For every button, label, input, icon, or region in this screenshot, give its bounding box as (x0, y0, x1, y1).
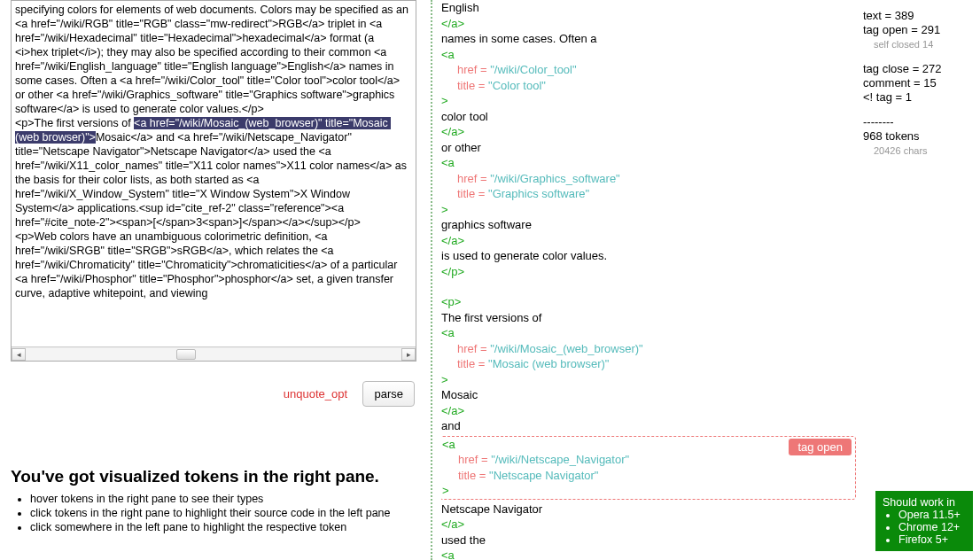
token-attr[interactable]: href (457, 342, 477, 355)
token-text[interactable]: Netscape Navigator (441, 502, 856, 517)
token-attr[interactable]: title (457, 79, 475, 92)
token-text[interactable]: English (441, 0, 856, 16)
token-attr[interactable]: href (458, 453, 478, 466)
token-val[interactable]: "/wiki/Netscape_Navigator" (491, 453, 629, 466)
token-gt[interactable]: > (441, 93, 856, 109)
token-tagclose[interactable]: </a> (441, 403, 856, 419)
stat-line: comment = 15 (863, 76, 969, 90)
token-text[interactable]: names in some cases. Often a (441, 31, 856, 47)
token-text[interactable]: Mosaic (441, 387, 856, 403)
scroll-left-arrow-icon[interactable]: ◂ (12, 348, 26, 361)
controls-row: unquote_opt parse (11, 381, 416, 407)
scroll-thumb[interactable] (176, 349, 196, 360)
help-item: hover tokens in the right pane to see th… (30, 492, 416, 506)
scroll-right-arrow-icon[interactable]: ▸ (401, 348, 416, 361)
token-attr[interactable]: href (457, 63, 477, 76)
token-val[interactable]: "Mosaic (web browser)" (488, 357, 609, 370)
token-tagopen[interactable]: <a (441, 325, 856, 341)
source-editor-wrap: specifying colors for elements of web do… (11, 0, 416, 362)
token-val[interactable]: "Graphics software" (488, 187, 589, 200)
parse-button[interactable]: parse (362, 381, 415, 407)
token-text[interactable]: is used to generate color values. (441, 248, 856, 264)
token-tagclose[interactable]: </p> (441, 264, 856, 280)
stat-line: tag close = 272 (863, 62, 969, 76)
help-item: click somewhere in the left pane to high… (30, 520, 416, 534)
token-text[interactable]: or other (441, 140, 856, 156)
horizontal-scrollbar[interactable]: ◂ ▸ (12, 346, 416, 361)
token-val[interactable]: "Color tool" (488, 79, 546, 92)
token-text[interactable]: color tool (441, 109, 856, 125)
hovered-token[interactable]: tag open <a href = "/wiki/Netscape_Navig… (441, 436, 856, 500)
token-type-badge: tag open (789, 439, 852, 456)
compat-item: Opera 11.5+ (898, 509, 966, 521)
token-tagopen[interactable]: <a (441, 155, 856, 171)
token-attr[interactable]: title (458, 469, 476, 482)
left-pane: specifying colors for elements of web do… (11, 0, 416, 534)
compat-item: Chrome 12+ (898, 521, 966, 533)
compat-title: Should work in (883, 496, 966, 509)
token-tagclose[interactable]: </a> (441, 124, 856, 140)
token-tagclose[interactable]: </a> (441, 517, 856, 533)
pane-divider (431, 0, 432, 560)
token-attr[interactable]: title (457, 187, 475, 200)
stat-sep: -------- (863, 115, 969, 129)
token-tagopen[interactable]: <a (441, 548, 856, 560)
token-text[interactable]: used the (441, 533, 856, 548)
src-after: Mosaic</a> and <a href="/wiki/Netscape_N… (15, 131, 409, 299)
compat-item: Firefox 5+ (898, 533, 966, 546)
token-tagclose[interactable]: </a> (441, 16, 856, 32)
help-title: You've got visualized tokens in the righ… (11, 467, 416, 486)
stat-subline: self closed 14 (863, 37, 969, 51)
source-editor[interactable]: specifying colors for elements of web do… (12, 1, 416, 348)
token-pane[interactable]: English </a> names in some cases. Often … (441, 0, 856, 560)
token-gt[interactable]: > (442, 483, 853, 499)
token-val[interactable]: "/wiki/Color_tool" (490, 63, 576, 76)
token-val[interactable]: "Netscape Navigator" (489, 469, 598, 482)
compat-badge: Should work in Opera 11.5+ Chrome 12+ Fi… (875, 491, 973, 551)
help-section: You've got visualized tokens in the righ… (11, 467, 416, 534)
token-tagopen[interactable]: <a (441, 47, 856, 63)
token-text[interactable]: graphics software (441, 217, 856, 233)
token-text[interactable]: and (441, 418, 856, 434)
src-before: specifying colors for elements of web do… (15, 4, 411, 129)
token-text[interactable]: The first versions of (441, 310, 856, 326)
token-attr[interactable]: title (457, 357, 475, 370)
stat-line: 968 tokens (863, 129, 969, 144)
stat-subline: 20426 chars (863, 144, 969, 158)
unquote-link[interactable]: unquote_opt (284, 387, 347, 401)
stat-line: tag open = 291 (863, 23, 969, 37)
token-tagclose[interactable]: </a> (441, 233, 856, 249)
scroll-track[interactable] (26, 348, 401, 361)
token-tagopen[interactable]: <p> (441, 294, 856, 310)
token-attr[interactable]: href (457, 172, 477, 185)
stats-panel: text = 389 tag open = 291 self closed 14… (863, 9, 969, 158)
stat-line: <! tag = 1 (863, 90, 969, 105)
help-item: click tokens in the right pane to highli… (30, 506, 416, 520)
token-gt[interactable]: > (441, 372, 856, 388)
token-val[interactable]: "/wiki/Graphics_software" (490, 172, 620, 185)
token-gt[interactable]: > (441, 202, 856, 218)
stat-line: text = 389 (863, 9, 969, 23)
token-val[interactable]: "/wiki/Mosaic_(web_browser)" (490, 342, 643, 355)
